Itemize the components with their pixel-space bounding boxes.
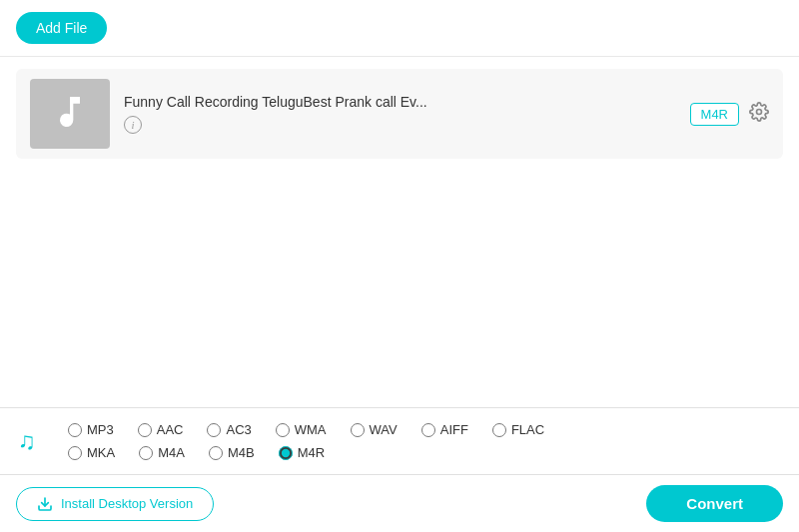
radio-aiff[interactable] (421, 423, 435, 437)
format-option-wav[interactable]: WAV (351, 422, 398, 437)
svg-text:♫: ♫ (18, 427, 36, 454)
format-option-m4a[interactable]: M4A (139, 445, 185, 460)
file-actions: M4R (690, 102, 769, 127)
radio-wma[interactable] (276, 423, 290, 437)
format-selector: ♫ MP3 AAC AC3 WMA WAV (0, 407, 799, 474)
convert-button[interactable]: Convert (646, 485, 783, 522)
music-icon (50, 92, 90, 136)
radio-mka[interactable] (68, 446, 82, 460)
radio-wav[interactable] (351, 423, 365, 437)
settings-icon[interactable] (749, 102, 769, 127)
radio-aac[interactable] (138, 423, 152, 437)
file-thumbnail (30, 79, 110, 149)
format-option-ac3[interactable]: AC3 (207, 422, 251, 437)
add-file-button[interactable]: Add File (16, 12, 107, 44)
format-badge[interactable]: M4R (690, 103, 739, 126)
format-option-m4r[interactable]: M4R (279, 445, 325, 460)
format-options: MP3 AAC AC3 WMA WAV AIFF F (68, 422, 783, 460)
file-info: Funny Call Recording TeluguBest Prank ca… (124, 94, 676, 134)
format-option-m4b[interactable]: M4B (209, 445, 255, 460)
install-label: Install Desktop Version (61, 496, 193, 511)
format-option-flac[interactable]: FLAC (492, 422, 544, 437)
format-option-mp3[interactable]: MP3 (68, 422, 114, 437)
bottom-bar: Install Desktop Version Convert (0, 474, 799, 532)
download-icon (37, 496, 53, 512)
file-item: Funny Call Recording TeluguBest Prank ca… (16, 69, 783, 159)
format-option-aiff[interactable]: AIFF (421, 422, 468, 437)
format-option-wma[interactable]: WMA (276, 422, 327, 437)
svg-point-0 (757, 109, 762, 114)
toolbar: Add File (0, 0, 799, 57)
radio-m4b[interactable] (209, 446, 223, 460)
install-desktop-button[interactable]: Install Desktop Version (16, 487, 214, 521)
radio-m4r[interactable] (279, 446, 293, 460)
format-line-2: MKA M4A M4B M4R (68, 445, 783, 460)
radio-mp3[interactable] (68, 423, 82, 437)
info-icon[interactable]: i (124, 116, 142, 134)
format-option-aac[interactable]: AAC (138, 422, 184, 437)
radio-flac[interactable] (492, 423, 506, 437)
format-line-1: MP3 AAC AC3 WMA WAV AIFF F (68, 422, 783, 437)
format-music-icon: ♫ (16, 423, 48, 459)
file-list: Funny Call Recording TeluguBest Prank ca… (0, 57, 799, 407)
file-name: Funny Call Recording TeluguBest Prank ca… (124, 94, 676, 110)
format-option-mka[interactable]: MKA (68, 445, 115, 460)
format-row: ♫ MP3 AAC AC3 WMA WAV (16, 422, 783, 460)
radio-m4a[interactable] (139, 446, 153, 460)
radio-ac3[interactable] (207, 423, 221, 437)
